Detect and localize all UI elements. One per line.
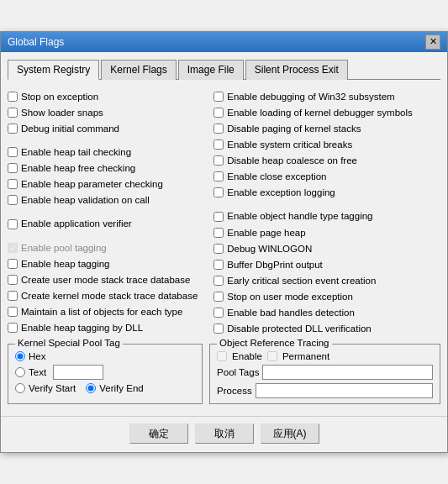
early-critical-section-event-label: Early critical section event creation [227,274,376,287]
enable-application-verifier-label: Enable application verifier [21,217,132,230]
enable-heap-tagging-label: Enable heap tagging [21,257,110,271]
disable-paging-kernel-stacks-label: Disable paging of kernel stacks [227,122,361,135]
enable-heap-tagging-dll-checkbox[interactable] [8,323,18,333]
tab-silent-process-exit[interactable]: Silent Process Exit [245,60,348,80]
enable-close-exception-item: Enable close exception [213,170,440,183]
verify-start-radio[interactable] [15,383,25,393]
tab-kernel-flags[interactable]: Kernel Flags [101,60,176,80]
enable-pool-tagging-checkbox[interactable] [8,243,18,253]
enable-debugging-win32-checkbox[interactable] [213,92,224,102]
cancel-button[interactable]: 取消 [195,424,254,444]
disable-protected-dll-verification-checkbox[interactable] [213,324,224,334]
enable-object-handle-type-tagging-label: Enable object handle type tagging [227,209,372,223]
pool-tags-input[interactable] [262,365,433,380]
verify-end-radio[interactable] [86,383,96,393]
debug-winlogon-checkbox[interactable] [213,244,224,254]
enable-system-critical-breaks-checkbox[interactable] [213,139,224,150]
verify-end-label: Verify End [99,383,143,393]
enable-heap-tail-checking-label: Enable heap tail checking [21,145,131,159]
enable-system-critical-breaks-label: Enable system critical breaks [227,138,352,151]
hex-radio-item: Hex [15,351,195,361]
process-input[interactable] [256,383,433,398]
enable-heap-validation-checkbox[interactable] [8,195,18,205]
enable-object-handle-tagging-item: Enable object handle type tagging [213,209,440,223]
enable-debugging-win32-label: Enable debugging of Win32 subsystem [227,90,394,103]
buffer-dbgprint-item: Buffer DbgPrint output [213,258,440,271]
enable-debugging-win32-item: Enable debugging of Win32 subsystem [213,90,440,103]
hex-radio[interactable] [15,351,25,361]
enable-heap-free-checking-checkbox[interactable] [8,163,18,173]
kernel-special-pool-group: Kernel Special Pool Tag Hex Text [8,344,203,404]
close-button[interactable]: ✕ [425,34,440,50]
create-user-mode-stack-trace-item: Create user mode stack trace database [8,273,213,287]
enable-loading-kernel-debugger-item: Enable loading of kernel debugger symbol… [213,106,440,119]
enable-application-verifier-checkbox[interactable] [8,219,18,229]
maintain-list-objects-checkbox[interactable] [8,307,18,317]
disable-heap-coalesce-label: Disable heap coalesce on free [227,154,357,167]
tab-image-file[interactable]: Image File [178,60,244,80]
enable-heap-tagging-checkbox[interactable] [8,259,18,269]
verify-end-radio-item: Verify End [86,383,143,393]
enable-bad-handles-detection-checkbox[interactable] [213,308,224,318]
create-user-mode-stack-trace-label: Create user mode stack trace database [21,273,190,287]
pool-tags-row: Pool Tags [217,365,433,380]
process-row: Process [217,383,433,398]
global-flags-dialog: Global Flags ✕ System Registry Kernel Fl… [0,31,448,453]
ort-permanent-checkbox[interactable] [267,351,277,361]
ort-permanent-label: Permanent [282,351,329,361]
debug-initial-command-item: Debug initial command [8,122,213,135]
enable-heap-parameter-checking-checkbox[interactable] [8,179,18,189]
disable-paging-kernel-item: Disable paging of kernel stacks [213,122,440,135]
enable-object-handle-type-tagging-checkbox[interactable] [213,212,224,222]
create-user-mode-stack-trace-checkbox[interactable] [8,275,18,285]
enable-heap-validation-label: Enable heap validation on call [21,193,150,207]
tab-system-registry[interactable]: System Registry [8,60,99,80]
ort-enable-checkbox[interactable] [217,351,227,361]
debug-initial-command-checkbox[interactable] [8,124,18,134]
enable-heap-free-checking-item: Enable heap free checking [8,161,213,175]
enable-page-heap-checkbox[interactable] [213,228,224,238]
enable-bad-handles-item: Enable bad handles detection [213,306,440,319]
create-kernel-mode-stack-trace-checkbox[interactable] [8,291,18,301]
enable-heap-parameter-checking-label: Enable heap parameter checking [21,177,163,191]
stop-user-mode-exception-item: Stop on user mode exception [213,290,440,303]
process-label: Process [217,386,252,396]
enable-close-exception-checkbox[interactable] [213,171,224,182]
text-input-field[interactable] [53,365,103,380]
stop-user-mode-exception-checkbox[interactable] [213,292,224,302]
disable-protected-dll-verification-label: Disable protected DLL verification [227,322,372,335]
tab-strip: System Registry Kernel Flags Image File … [8,59,440,80]
enable-loading-kernel-debugger-label: Enable loading of kernel debugger symbol… [227,106,413,119]
left-column: Stop on exception Show loader snaps Debu… [8,90,213,335]
disable-paging-kernel-stacks-checkbox[interactable] [213,124,224,134]
apply-button[interactable]: 应用(A) [261,424,319,444]
enable-loading-kernel-debugger-checkbox[interactable] [213,108,224,118]
ok-button[interactable]: 确定 [129,424,188,444]
title-bar: Global Flags ✕ [1,32,447,52]
disable-heap-coalesce-checkbox[interactable] [213,155,224,166]
create-kernel-mode-stack-trace-label: Create kernel mode stack trace database [21,289,198,302]
enable-bad-handles-detection-label: Enable bad handles detection [227,306,355,319]
stop-on-exception-checkbox[interactable] [8,92,18,102]
ort-enable-label: Enable [232,351,262,361]
stop-on-exception-label: Stop on exception [21,90,98,103]
dialog-content: System Registry Kernel Flags Image File … [1,52,447,411]
pool-tags-label: Pool Tags [217,367,259,377]
object-reference-tracing-content: Enable Permanent Pool Tags Process [217,351,433,398]
verify-start-label: Verify Start [29,383,76,393]
maintain-list-objects-item: Maintain a list of objects for each type [8,305,213,318]
early-critical-section-event-checkbox[interactable] [213,276,224,286]
buffer-dbgprint-output-label: Buffer DbgPrint output [227,258,323,271]
buffer-dbgprint-output-checkbox[interactable] [213,260,224,270]
enable-exception-logging-checkbox[interactable] [213,187,224,197]
show-loader-snaps-checkbox[interactable] [8,108,18,118]
enable-page-heap-label: Enable page heap [227,226,305,239]
enable-pool-tagging-label: Enable pool tagging [21,241,107,255]
enable-exception-logging-label: Enable exception logging [227,186,335,199]
text-radio[interactable] [15,367,25,377]
stop-user-mode-exception-label: Stop on user mode exception [227,290,353,303]
disable-protected-dll-item: Disable protected DLL verification [213,322,440,335]
right-column: Enable debugging of Win32 subsystem Enab… [213,90,440,335]
enable-heap-tail-checking-checkbox[interactable] [8,147,18,157]
debug-initial-command-label: Debug initial command [21,122,119,135]
